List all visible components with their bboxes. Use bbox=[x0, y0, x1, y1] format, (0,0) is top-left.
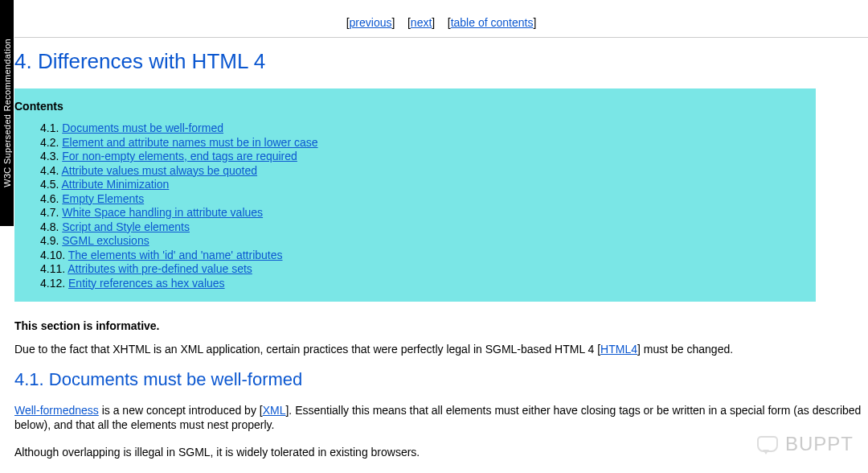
toc-item-num: 4.7. bbox=[40, 206, 59, 219]
toc-item-num: 4.2. bbox=[40, 136, 59, 149]
next-link[interactable]: next bbox=[411, 16, 432, 29]
toc-link[interactable]: table of contents bbox=[451, 16, 534, 29]
chat-bubble-icon bbox=[755, 434, 779, 454]
wellformed-paragraph: Well-formedness is a new concept introdu… bbox=[14, 403, 868, 432]
toc-item: 4.5. Attribute Minimization bbox=[40, 178, 808, 191]
intro-paragraph: Due to the fact that XHTML is an XML app… bbox=[14, 342, 868, 356]
toc-item-num: 4.5. bbox=[40, 178, 59, 191]
toc-item-num: 4.4. bbox=[40, 164, 59, 177]
page-content: [previous] [next] [table of contents] 4.… bbox=[14, 0, 868, 473]
toc-item-num: 4.11. bbox=[40, 262, 65, 275]
toc-item: 4.3. For non-empty elements, end tags ar… bbox=[40, 150, 808, 163]
section-title-4-1: 4.1. Documents must be well-formed bbox=[14, 369, 868, 390]
text-span: is a new concept introduced by [ bbox=[99, 404, 263, 417]
toc-list: 4.1. Documents must be well-formed 4.2. … bbox=[14, 121, 808, 290]
toc-item-num: 4.1. bbox=[40, 121, 59, 134]
toc-item: 4.6. Empty Elements bbox=[40, 192, 808, 206]
toc-item-num: 4.6. bbox=[40, 192, 59, 205]
toc-item: 4.11. Attributes with pre-defined value … bbox=[40, 262, 808, 276]
toc-item: 4.1. Documents must be well-formed bbox=[40, 121, 808, 135]
watermark: BUPPT bbox=[755, 433, 854, 455]
toc-item: 4.9. SGML exclusions bbox=[40, 234, 808, 248]
status-banner-text: W3C Superseded Recommendation bbox=[2, 39, 12, 187]
toc-item: 4.10. The elements with 'id' and 'name' … bbox=[40, 249, 808, 262]
prev-link[interactable]: previous bbox=[350, 16, 392, 29]
watermark-text: BUPPT bbox=[785, 433, 854, 455]
toc-item-num: 4.3. bbox=[40, 150, 59, 162]
toc-item-link[interactable]: Script and Style elements bbox=[62, 220, 190, 233]
toc-item-num: 4.10. bbox=[40, 249, 65, 261]
status-banner: W3C Superseded Recommendation bbox=[0, 0, 14, 226]
toc-item-num: 4.9. bbox=[40, 234, 59, 247]
toc-item-link[interactable]: Documents must be well-formed bbox=[62, 121, 223, 134]
html4-ref-link[interactable]: HTML4 bbox=[600, 343, 637, 356]
toc-item: 4.7. White Space handling in attribute v… bbox=[40, 206, 808, 220]
wellformedness-link[interactable]: Well-formedness bbox=[14, 404, 99, 417]
intro-pre: Due to the fact that XHTML is an XML app… bbox=[14, 343, 600, 356]
toc-item-link[interactable]: Entity references as hex values bbox=[68, 277, 225, 290]
intro-post: ] must be changed. bbox=[637, 343, 733, 356]
informative-note: This section is informative. bbox=[14, 319, 868, 332]
top-navigation: [previous] [next] [table of contents] bbox=[14, 0, 868, 37]
toc-item-link[interactable]: Attribute Minimization bbox=[61, 178, 169, 191]
toc-item-link[interactable]: Attribute values must always be quoted bbox=[61, 164, 257, 177]
toc-item-link[interactable]: The elements with 'id' and 'name' attrib… bbox=[68, 249, 283, 261]
toc-item-num: 4.12. bbox=[40, 277, 65, 290]
toc-item-link[interactable]: Element and attribute names must be in l… bbox=[62, 136, 317, 149]
toc-item: 4.12. Entity references as hex values bbox=[40, 277, 808, 290]
toc-item-num: 4.8. bbox=[40, 220, 59, 233]
table-of-contents: Contents 4.1. Documents must be well-for… bbox=[14, 88, 816, 302]
toc-item: 4.4. Attribute values must always be quo… bbox=[40, 164, 808, 178]
bracket: ] bbox=[432, 16, 435, 29]
horizontal-rule bbox=[14, 37, 868, 38]
overlapping-paragraph: Although overlapping is illegal in SGML,… bbox=[14, 445, 868, 459]
toc-item-link[interactable]: SGML exclusions bbox=[62, 234, 149, 247]
bracket: ] bbox=[392, 16, 395, 29]
toc-item-link[interactable]: Empty Elements bbox=[62, 192, 144, 205]
page-title: 4. Differences with HTML 4 bbox=[14, 49, 868, 74]
toc-item: 4.8. Script and Style elements bbox=[40, 220, 808, 234]
toc-item-link[interactable]: Attributes with pre-defined value sets bbox=[68, 262, 252, 275]
toc-item: 4.2. Element and attribute names must be… bbox=[40, 136, 808, 150]
toc-item-link[interactable]: For non-empty elements, end tags are req… bbox=[62, 150, 297, 162]
toc-item-link[interactable]: White Space handling in attribute values bbox=[62, 206, 263, 219]
toc-heading: Contents bbox=[14, 100, 808, 113]
bracket: ] bbox=[533, 16, 536, 29]
xml-ref-link[interactable]: XML bbox=[263, 404, 286, 417]
